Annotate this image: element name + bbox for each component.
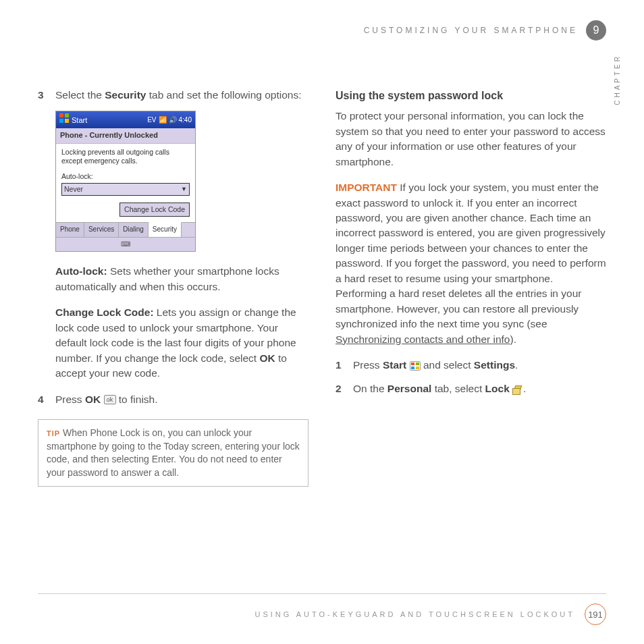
step-body: Press OK ok to finish. — [55, 392, 308, 407]
step-3: 3 Select the Security tab and set the fo… — [38, 88, 308, 103]
step-body: Select the Security tab and set the foll… — [55, 88, 308, 103]
step-number: 3 — [38, 88, 47, 103]
page-number: 191 — [585, 603, 606, 625]
header-title: CUSTOMIZING YOUR SMARTPHONE — [364, 26, 578, 35]
step-body: Press Start and select Settings. — [353, 358, 606, 373]
chapter-number-badge: 9 — [586, 20, 606, 41]
status-icons: EV 📶 🔊 4:40 — [147, 115, 192, 126]
screenshot-bottombar: ⌨ — [56, 237, 195, 252]
speaker-icon: 🔊 — [169, 115, 177, 126]
tab-dialing[interactable]: Dialing — [119, 223, 149, 237]
intro-paragraph: To protect your personal information, yo… — [336, 109, 606, 169]
tab-services[interactable]: Services — [84, 223, 119, 237]
tip-text: When Phone Lock is on, you can unlock yo… — [47, 427, 300, 478]
tab-phone[interactable]: Phone — [56, 223, 84, 237]
windows-logo-icon — [59, 113, 69, 123]
screenshot-tabs: Phone Services Dialing Security — [56, 222, 195, 237]
tip-callout: TIP When Phone Lock is on, you can unloc… — [38, 419, 308, 487]
start-menu: Start — [59, 113, 87, 126]
section-heading: Using the system password lock — [336, 88, 606, 103]
dropdown-arrow-icon: ▼ — [181, 185, 187, 194]
screenshot-titlebar: Start EV 📶 🔊 4:40 — [56, 111, 195, 128]
tip-label: TIP — [47, 429, 60, 437]
important-paragraph: IMPORTANT If you lock your system, you m… — [336, 180, 606, 347]
footer-text: USING AUTO-KEYGUARD AND TOUCHSCREEN LOCK… — [254, 610, 575, 618]
autolock-label: Auto-lock: — [61, 171, 190, 182]
screenshot-body: Locking prevents all outgoing calls exce… — [56, 144, 195, 222]
ev-indicator: EV — [147, 115, 156, 126]
autolock-definition: Auto-lock: Sets whether your smartphone … — [55, 264, 308, 294]
phone-screenshot: Start EV 📶 🔊 4:40 Phone - Currently Unlo… — [55, 111, 196, 252]
step-4: 4 Press OK ok to finish. — [38, 392, 308, 407]
autolock-value: Never — [64, 184, 83, 194]
step-number: 2 — [336, 381, 345, 396]
start-icon — [410, 361, 421, 371]
step-2: 2 On the Personal tab, select Lock . — [336, 381, 606, 396]
sync-link[interactable]: Synchronizing contacts and other info — [336, 333, 510, 345]
autolock-dropdown[interactable]: Never ▼ — [61, 183, 190, 196]
screenshot-subtitle: Phone - Currently Unlocked — [56, 128, 195, 144]
step-body: On the Personal tab, select Lock . — [353, 381, 606, 396]
important-label: IMPORTANT — [336, 182, 397, 193]
signal-icon: 📶 — [159, 115, 167, 126]
keyboard-icon[interactable]: ⌨ — [121, 240, 130, 248]
step-1: 1 Press Start and select Settings. — [336, 358, 606, 373]
clock-time: 4:40 — [179, 115, 192, 126]
page-footer: USING AUTO-KEYGUARD AND TOUCHSCREEN LOCK… — [38, 593, 606, 625]
tab-security[interactable]: Security — [149, 222, 182, 237]
change-lock-code-button[interactable]: Change Lock Code — [119, 203, 190, 217]
ok-button-icon: ok — [104, 395, 116, 404]
step-number: 1 — [336, 358, 345, 373]
right-column: Using the system password lock To protec… — [336, 88, 606, 487]
left-column: 3 Select the Security tab and set the fo… — [38, 88, 308, 487]
lock-description: Locking prevents all outgoing calls exce… — [61, 148, 190, 165]
changecode-definition: Change Lock Code: Lets you assign or cha… — [55, 305, 308, 381]
step-number: 4 — [38, 392, 47, 407]
lock-icon — [512, 385, 523, 394]
chapter-label-vertical: CHAPTER — [614, 54, 621, 105]
content-columns: 3 Select the Security tab and set the fo… — [38, 88, 606, 487]
page-header: CUSTOMIZING YOUR SMARTPHONE 9 — [38, 20, 606, 41]
